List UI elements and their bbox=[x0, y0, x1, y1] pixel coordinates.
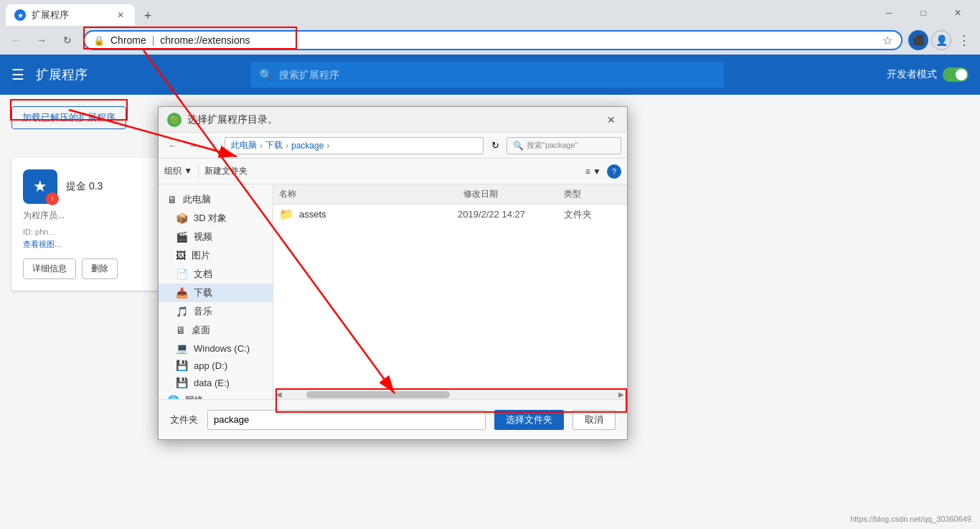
dialog-titlebar: 🟢 选择扩展程序目录。 ✕ bbox=[159, 107, 627, 133]
downloads-icon: 📥 bbox=[176, 287, 188, 299]
hscroll-bar[interactable] bbox=[306, 391, 450, 398]
dialog-secondary-toolbar: 组织 ▼ 新建文件夹 ≡ ▼ ? bbox=[159, 159, 627, 184]
maximize-button[interactable]: □ bbox=[907, 1, 940, 24]
file-dialog: 🟢 选择扩展程序目录。 ✕ ← → ↑ 此电脑 › 下载 › package ›… bbox=[158, 106, 628, 440]
organize-button[interactable]: 组织 ▼ bbox=[164, 165, 192, 177]
dev-mode-area: 开发者模式 bbox=[887, 67, 969, 82]
col-type-header[interactable]: 类型 bbox=[564, 188, 621, 200]
toolbar2-separator-1 bbox=[198, 164, 199, 179]
sidebar-item-pictures[interactable]: 🖼 图片 bbox=[159, 246, 273, 265]
sidebar-label-documents: 文档 bbox=[194, 268, 212, 281]
tab-close-button[interactable]: ✕ bbox=[115, 9, 126, 21]
dialog-close-button[interactable]: ✕ bbox=[604, 113, 618, 127]
dev-mode-label: 开发者模式 bbox=[887, 68, 937, 81]
computer-icon: 🖥 bbox=[167, 194, 177, 205]
dialog-search-bar[interactable]: 🔍 搜索"package" bbox=[507, 137, 621, 154]
ext-name-version: 提金 0.3 bbox=[66, 180, 103, 193]
tab-icon: ★ bbox=[14, 9, 26, 21]
sidebar-item-windows-c[interactable]: 💻 Windows (C:) bbox=[159, 340, 273, 357]
view-button[interactable]: ≡ ▼ bbox=[585, 167, 601, 177]
3d-icon: 📦 bbox=[176, 212, 188, 224]
path-segment-computer[interactable]: 此电脑 bbox=[231, 139, 257, 151]
filelist-header: 名称 修改日期 类型 bbox=[273, 184, 627, 205]
dialog-up-button[interactable]: ↑ bbox=[204, 137, 222, 154]
path-segment-downloads[interactable]: 下载 bbox=[265, 139, 283, 151]
chrome-menu-button[interactable]: ⋮ bbox=[954, 30, 974, 50]
new-tab-button[interactable]: + bbox=[138, 6, 158, 26]
load-unpacked-button[interactable]: 加载已解压的扩展程序 bbox=[11, 106, 126, 129]
sidebar-item-documents[interactable]: 📄 文档 bbox=[159, 265, 273, 284]
video-icon: 🎬 bbox=[176, 231, 188, 243]
path-sep-1: › bbox=[260, 141, 263, 151]
bookmark-star-icon[interactable]: ☆ bbox=[882, 34, 892, 47]
address-input-wrap[interactable]: 🔒 Chrome | chrome://extensions ☆ bbox=[83, 30, 903, 50]
dialog-footer: 文件夹 选择文件夹 取消 bbox=[159, 399, 627, 439]
forward-button[interactable]: → bbox=[32, 30, 52, 50]
pictures-icon: 🖼 bbox=[176, 250, 186, 261]
folder-name-input[interactable] bbox=[207, 410, 486, 430]
sidebar-label-music: 音乐 bbox=[194, 305, 212, 318]
watermark: https://blog.csdn.net/qq_30360649 bbox=[850, 515, 971, 523]
profile-icon[interactable]: ⬛ bbox=[908, 30, 928, 50]
search-icon: 🔍 bbox=[259, 68, 273, 82]
tab-area: ★ 扩展程序 ✕ + bbox=[6, 0, 867, 26]
dialog-back-button[interactable]: ← bbox=[164, 137, 182, 154]
file-row-assets[interactable]: 📁 assets 2019/2/22 14:27 文件夹 bbox=[273, 205, 627, 224]
search-bar[interactable]: 🔍 bbox=[250, 62, 724, 88]
sidebar-item-3d[interactable]: 📦 3D 对象 bbox=[159, 209, 273, 228]
app-d-icon: 💾 bbox=[176, 360, 188, 371]
new-folder-button[interactable]: 新建文件夹 bbox=[204, 165, 248, 177]
path-sep-3: › bbox=[326, 141, 329, 151]
ext-name: 提金 0.3 bbox=[66, 180, 103, 193]
windows-c-icon: 💻 bbox=[176, 342, 188, 354]
hamburger-icon[interactable]: ☰ bbox=[11, 66, 24, 83]
address-brand: Chrome | chrome://extensions bbox=[110, 34, 874, 46]
col-name-header[interactable]: 名称 bbox=[279, 188, 463, 200]
extensions-header: ☰ 扩展程序 🔍 开发者模式 bbox=[0, 55, 980, 95]
back-button[interactable]: ← bbox=[6, 30, 26, 50]
folder-icon: 📁 bbox=[279, 207, 293, 221]
filelist-body: 📁 assets 2019/2/22 14:27 文件夹 bbox=[273, 205, 627, 389]
detail-button[interactable]: 详细信息 bbox=[23, 258, 76, 279]
dialog-title-text: 选择扩展程序目录。 bbox=[187, 113, 604, 126]
path-sep-2: › bbox=[286, 141, 288, 151]
dialog-sidebar: 🖥 此电脑 📦 3D 对象 🎬 视频 🖼 图片 📄 文档 📥 下载 bbox=[159, 184, 273, 399]
cancel-button[interactable]: 取消 bbox=[573, 410, 616, 430]
sidebar-item-app-d[interactable]: 💾 app (D:) bbox=[159, 357, 273, 374]
col-date-header[interactable]: 修改日期 bbox=[463, 188, 564, 200]
select-folder-button[interactable]: 选择文件夹 bbox=[494, 410, 564, 430]
file-name-assets: assets bbox=[299, 209, 452, 220]
dialog-forward-button[interactable]: → bbox=[184, 137, 202, 154]
delete-button[interactable]: 删除 bbox=[82, 258, 118, 279]
sidebar-item-music[interactable]: 🎵 音乐 bbox=[159, 302, 273, 321]
refresh-button[interactable]: ↻ bbox=[57, 30, 77, 50]
path-segment-package[interactable]: package bbox=[291, 141, 324, 151]
footer-label: 文件夹 bbox=[170, 413, 199, 426]
sidebar-item-desktop[interactable]: 🖥 桌面 bbox=[159, 321, 273, 340]
sidebar-item-data-e[interactable]: 💾 data (E:) bbox=[159, 374, 273, 391]
ext-icon: ★ ! bbox=[23, 169, 57, 204]
search-input[interactable] bbox=[279, 69, 715, 80]
sidebar-item-network[interactable]: 🌐 网络 bbox=[159, 391, 273, 399]
tab-title: 扩展程序 bbox=[32, 9, 69, 22]
sidebar-item-downloads[interactable]: 📥 下载 bbox=[159, 284, 273, 302]
dev-mode-toggle[interactable] bbox=[943, 67, 969, 82]
address-icon: 🔒 bbox=[93, 35, 105, 46]
dialog-refresh-button[interactable]: ↻ bbox=[486, 137, 504, 154]
minimize-button[interactable]: ─ bbox=[872, 1, 905, 24]
extensions-title: 扩展程序 bbox=[36, 66, 88, 83]
dialog-search-placeholder: 搜索"package" bbox=[527, 140, 578, 151]
sidebar-item-computer[interactable]: 🖥 此电脑 bbox=[159, 190, 273, 209]
account-icon[interactable]: 👤 bbox=[931, 30, 951, 50]
sidebar-label-pictures: 图片 bbox=[192, 249, 210, 262]
sidebar-label-app-d: app (D:) bbox=[194, 360, 227, 371]
sidebar-label-video: 视频 bbox=[194, 230, 212, 243]
help-button[interactable]: ? bbox=[607, 164, 621, 179]
sidebar-item-video[interactable]: 🎬 视频 bbox=[159, 228, 273, 246]
window-controls: ─ □ ✕ bbox=[872, 1, 974, 24]
dialog-address-toolbar: ← → ↑ 此电脑 › 下载 › package › ↻ 🔍 搜索"packag… bbox=[159, 133, 627, 159]
active-tab[interactable]: ★ 扩展程序 ✕ bbox=[6, 4, 135, 26]
window-close-button[interactable]: ✕ bbox=[941, 1, 974, 24]
dialog-title-icon: 🟢 bbox=[167, 113, 182, 127]
dialog-filelist: 名称 修改日期 类型 📁 assets 2019/2/22 14:27 文件夹 … bbox=[273, 184, 627, 399]
